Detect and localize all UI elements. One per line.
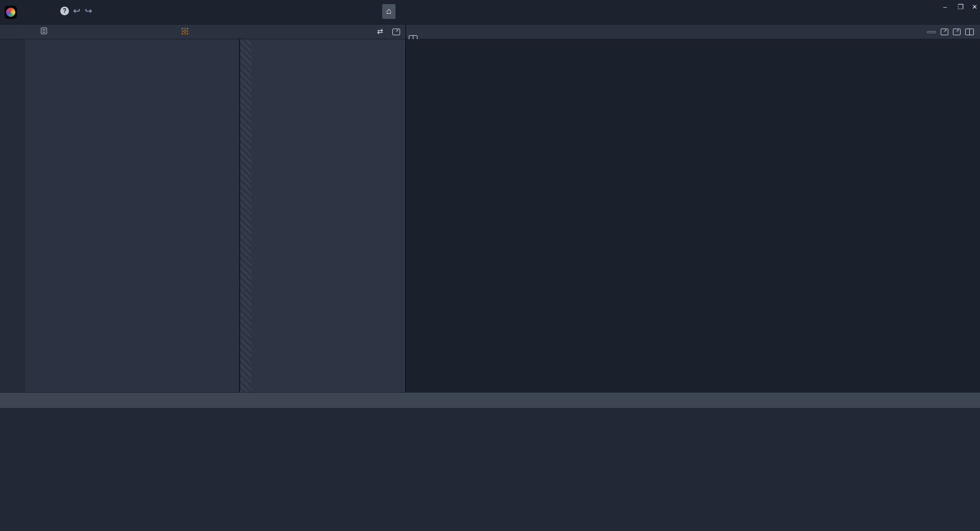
app-window: ? ↩ ↪ ⌂ – ❐ ✕ ⇄ ↗ ↗ ↗ xyxy=(0,0,980,531)
undo-icon[interactable]: ↩ xyxy=(73,6,80,16)
export-frame-icon[interactable]: ↗ xyxy=(941,29,948,35)
tab-mask[interactable] xyxy=(182,27,191,35)
timecode-cluster: ↗ ↗ xyxy=(913,27,974,37)
keyframe-timeline xyxy=(239,39,405,392)
mask-parameters xyxy=(25,39,239,392)
mask-panel-icon xyxy=(182,28,188,34)
tab-library[interactable] xyxy=(41,27,50,35)
home-button[interactable]: ⌂ xyxy=(382,4,395,19)
timeline-toolbar xyxy=(0,392,980,408)
timeline-tracks xyxy=(0,408,980,531)
swap-panels-icon[interactable]: ⇄ xyxy=(377,27,383,35)
panel-tabstrip: ⇄ ↗ ↗ ↗ xyxy=(0,25,980,39)
undock-panel-icon[interactable]: ↗ xyxy=(392,29,400,35)
app-logo-icon xyxy=(5,6,17,19)
detach-monitor-icon[interactable]: ↗ xyxy=(953,29,961,35)
maximize-button[interactable]: ❐ xyxy=(958,3,964,11)
preview-monitor xyxy=(405,39,980,392)
minimize-button[interactable]: – xyxy=(943,3,947,11)
help-icon[interactable]: ? xyxy=(60,7,69,15)
close-button[interactable]: ✕ xyxy=(972,3,977,11)
timecode-readout[interactable] xyxy=(927,31,936,33)
mask-editor-panel xyxy=(0,39,405,392)
menubar: ? ↩ ↪ ⌂ – ❐ ✕ xyxy=(0,0,980,25)
library-rail xyxy=(0,39,25,392)
library-icon xyxy=(41,28,47,34)
split-view-icon[interactable] xyxy=(965,29,974,35)
redo-icon[interactable]: ↪ xyxy=(85,6,92,16)
